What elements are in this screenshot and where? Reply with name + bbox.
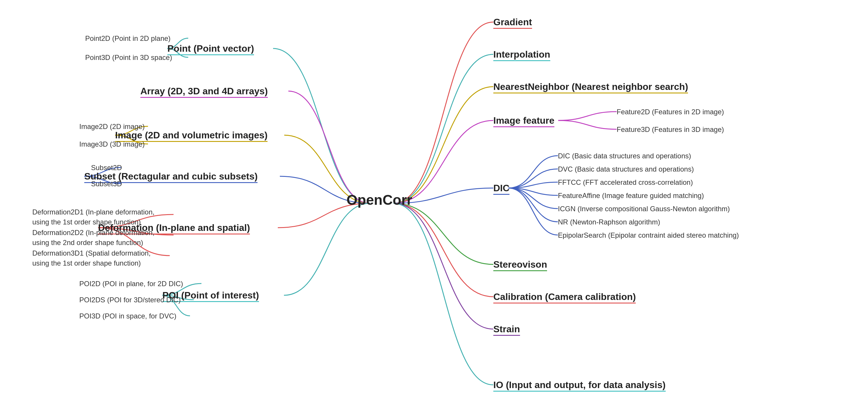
leaf-dic: EpipolarSearch (Epipolar contraint aided… <box>558 231 739 240</box>
leaf-dic: NR (Newton-Raphson algorithm) <box>558 217 660 227</box>
branch-calibration: Calibration (Camera calibration) <box>493 291 636 303</box>
leaf-point: Point3D (Point in 3D space) <box>85 53 172 62</box>
branch-label-strain: Strain <box>493 324 520 336</box>
branch-gradient: Gradient <box>493 16 532 29</box>
branch-label-calibration: Calibration (Camera calibration) <box>493 291 636 303</box>
leaf-image: Image2D (2D image) <box>79 122 145 131</box>
branch-dic: DIC <box>493 182 509 195</box>
center-label: OpenCorr <box>346 192 412 208</box>
leaf-deformation: Deformation2D2 (In-plane deformation, us… <box>32 228 154 247</box>
leaf-image: Image3D (3D image) <box>79 140 145 149</box>
leaf-dic: FFTCC (FFT accelerated cross-correlation… <box>558 178 693 187</box>
leaf-dic: DVC (Basic data structures and operation… <box>558 165 694 174</box>
branch-label-stereovison: Stereovison <box>493 259 547 271</box>
branch-label-point: Point (Point vector) <box>167 43 254 55</box>
branch-io: IO (Input and output, for data analysis) <box>493 379 666 391</box>
branch-label-nearestneighbor: NearestNeighbor (Nearest neighbor search… <box>493 81 688 93</box>
branch-array: Array (2D, 3D and 4D arrays) <box>141 85 268 97</box>
branch-label-dic: DIC <box>493 183 509 195</box>
branch-label-io: IO (Input and output, for data analysis) <box>493 380 666 392</box>
branch-stereovison: Stereovison <box>493 259 547 271</box>
leaf-dic: ICGN (Inverse compositional Gauss-Newton… <box>558 204 730 213</box>
leaf-deformation: Deformation3D1 (Spatial deformation, usi… <box>32 248 151 268</box>
leaf-poi: POI2DS (POI for 3D/stereo DIC) <box>79 295 181 304</box>
mind-map: OpenCorr Point (Point vector)Point2D (Po… <box>0 0 868 416</box>
branch-point: Point (Point vector) <box>167 42 254 55</box>
leaf-deformation: Deformation2D1 (In-plane deformation, us… <box>32 207 154 227</box>
branch-interpolation: Interpolation <box>493 49 550 61</box>
leaf-poi: POI2D (POI in plane, for 2D DIC) <box>79 279 183 288</box>
leaf-dic: FeatureAffine (Image feature guided matc… <box>558 191 704 200</box>
branch-imagefeature: Image feature <box>493 115 554 127</box>
branch-label-interpolation: Interpolation <box>493 49 550 61</box>
leaf-subset: Subset3D <box>91 179 122 188</box>
center-node: OpenCorr <box>346 191 412 209</box>
branch-label-gradient: Gradient <box>493 17 532 29</box>
leaf-subset: Subset2D <box>91 163 122 172</box>
branch-label-array: Array (2D, 3D and 4D arrays) <box>141 86 268 98</box>
leaf-dic: DIC (Basic data structures and operation… <box>558 151 691 160</box>
leaf-point: Point2D (Point in 2D plane) <box>85 34 170 43</box>
branch-label-imagefeature: Image feature <box>493 115 554 127</box>
branch-nearestneighbor: NearestNeighbor (Nearest neighbor search… <box>493 81 688 93</box>
leaf-poi: POI3D (POI in space, for DVC) <box>79 311 177 321</box>
leaf-imagefeature: Feature2D (Features in 2D image) <box>617 107 724 116</box>
leaf-imagefeature: Feature3D (Features in 3D image) <box>617 125 724 134</box>
branch-strain: Strain <box>493 323 520 335</box>
